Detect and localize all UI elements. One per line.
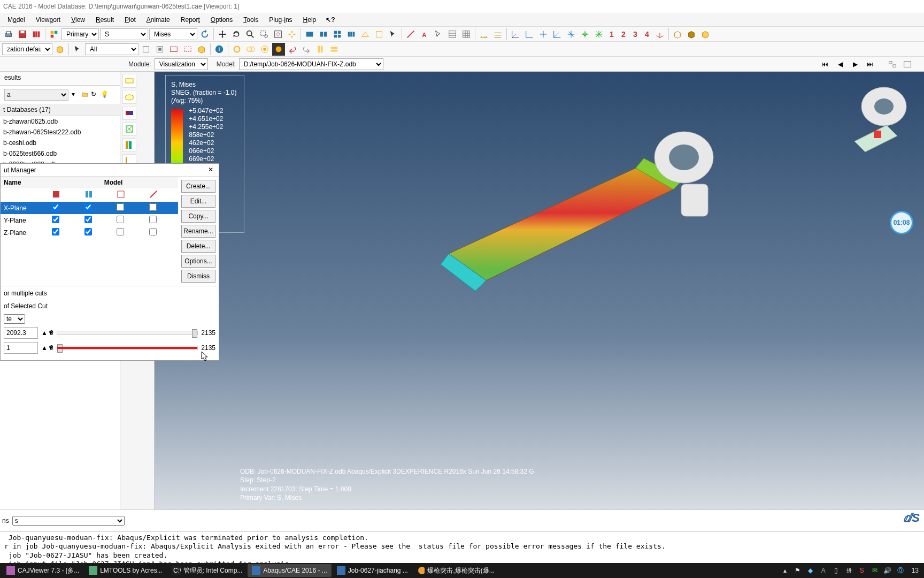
tray-clock[interactable]: 13 (908, 567, 922, 574)
vp2-icon[interactable] (317, 28, 330, 41)
tree-item[interactable]: b-0625test666.odb (0, 148, 120, 159)
auto-fit-icon[interactable] (286, 28, 298, 41)
menu-animate[interactable]: Animate (141, 14, 175, 26)
session-select[interactable]: a (4, 89, 68, 101)
tree-item[interactable]: b-zhawan0625.odb (0, 116, 120, 127)
row-chk4[interactable] (149, 228, 157, 235)
datum2-icon[interactable] (491, 28, 504, 41)
variable-component-select[interactable]: Mises (149, 28, 197, 40)
vp3-icon[interactable] (331, 28, 344, 41)
redo-icon[interactable] (300, 43, 313, 56)
menu-viewport[interactable]: Viewport (30, 14, 66, 26)
row-chk3[interactable] (117, 216, 124, 223)
cube2-icon[interactable] (685, 28, 698, 41)
text-icon[interactable]: A (418, 28, 431, 41)
step-slider[interactable] (57, 346, 198, 350)
menu-model[interactable]: Model (2, 14, 30, 26)
menu-plugins[interactable]: Plug-ins (264, 14, 297, 26)
row-chk4[interactable] (149, 216, 157, 223)
link-viewport-icon[interactable] (902, 58, 913, 70)
fit-icon[interactable] (272, 28, 284, 41)
zoom-box-icon[interactable] (258, 28, 271, 41)
anim-prev-icon[interactable]: ◀ (834, 58, 846, 70)
rename-button[interactable]: Rename... (181, 225, 215, 238)
sel1-icon[interactable] (140, 43, 152, 56)
odb-tree[interactable]: b-zhawan0625.odb b-zhawan-0625test222.od… (0, 116, 120, 170)
menu-report[interactable]: Report (175, 14, 205, 26)
csys6-icon[interactable] (579, 28, 591, 41)
tray-autodesk-icon[interactable]: A (819, 566, 828, 575)
table-row[interactable]: Y-Plane (1, 214, 178, 226)
sel4-icon[interactable] (181, 43, 194, 56)
position-input[interactable] (4, 327, 38, 339)
anim-first-icon[interactable]: ⏮ (819, 58, 831, 70)
vp1-icon[interactable] (303, 28, 316, 41)
refresh-icon[interactable]: ↻ (91, 90, 99, 99)
tool-material-icon[interactable] (122, 138, 136, 152)
vp4-icon[interactable] (345, 28, 358, 41)
datum1-icon[interactable] (478, 28, 490, 41)
circle4-icon[interactable] (272, 43, 285, 56)
tray-sogou-icon[interactable]: S (857, 566, 867, 575)
cube-sel-icon[interactable] (195, 43, 208, 56)
cube-drop-icon[interactable] (53, 43, 66, 56)
row-chk2[interactable] (84, 228, 92, 235)
table-row[interactable]: X-Plane (1, 202, 178, 214)
help-pointer-icon[interactable]: ↖? (321, 14, 340, 26)
grid1-icon[interactable] (446, 28, 459, 41)
model-select[interactable]: D:/temp/Job-0626-MODUAN-FIX-Z.odb (239, 58, 383, 70)
save-icon[interactable] (16, 28, 29, 41)
menu-help[interactable]: Help (298, 14, 322, 26)
taskbar-item[interactable]: Job-0627-jiachang ... (333, 564, 412, 577)
delete-button[interactable]: Delete... (181, 240, 215, 253)
render-defaults-select[interactable]: zation defaults (2, 43, 52, 55)
close-icon[interactable]: ✕ (206, 165, 215, 175)
layers1-icon[interactable] (314, 43, 327, 56)
copy-button[interactable]: Copy... (181, 210, 215, 223)
ortho-icon[interactable] (373, 28, 386, 41)
bulb-icon[interactable]: 💡 (101, 90, 109, 99)
taskbar-item[interactable]: C:\ 管理员: Intel Comp... (168, 564, 247, 577)
sync-icon[interactable] (198, 28, 211, 41)
circle1-icon[interactable] (230, 43, 243, 56)
menu-result[interactable]: Result (90, 14, 119, 26)
selection-filter-select[interactable]: All (85, 43, 138, 55)
menu-plot[interactable]: Plot (119, 14, 141, 26)
sel2-icon[interactable] (153, 43, 166, 56)
view-4-button[interactable]: 4 (642, 28, 652, 41)
menu-options[interactable]: Options (205, 14, 238, 26)
tray-shield-icon[interactable]: ◆ (806, 566, 815, 575)
csys4-icon[interactable] (551, 28, 564, 41)
sel3-icon[interactable] (167, 43, 180, 56)
circle2-icon[interactable] (244, 43, 257, 56)
undo-icon[interactable] (286, 43, 299, 56)
step-input[interactable] (4, 342, 38, 354)
csys1-icon[interactable] (509, 28, 522, 41)
field-output-icon[interactable] (48, 28, 60, 41)
menu-view[interactable]: View (66, 14, 90, 26)
tray-sound-icon[interactable]: 🔊 (883, 566, 892, 575)
create-button[interactable]: Create... (181, 180, 215, 193)
anim-next-icon[interactable]: ▶ (849, 58, 861, 70)
table-row[interactable]: Z-Plane (1, 226, 178, 239)
variable-name-select[interactable]: S (100, 28, 148, 40)
row-chk4[interactable] (149, 203, 157, 211)
pick-cursor-icon[interactable] (71, 43, 84, 56)
position-slider[interactable] (57, 331, 198, 335)
taskbar-item-active[interactable]: Abaqus/CAE 2016 - ... (248, 564, 331, 577)
print-icon[interactable] (2, 28, 15, 41)
cube3-icon[interactable] (699, 28, 712, 41)
tray-lang-icon[interactable]: 拼 (844, 566, 854, 575)
row-chk1[interactable] (52, 203, 59, 211)
ns-select[interactable]: s (12, 516, 125, 526)
module-select[interactable]: Visualization (155, 58, 208, 70)
select-icon[interactable] (432, 28, 445, 41)
view-triad[interactable] (828, 77, 913, 163)
expand-icon[interactable]: ▾ (72, 90, 80, 99)
csys3d-icon[interactable] (653, 28, 666, 41)
edit-button[interactable]: Edit... (181, 195, 215, 208)
anim-last-icon[interactable]: ⏭ (864, 58, 876, 70)
zoom-icon[interactable] (244, 28, 257, 41)
sync-viewport-icon[interactable] (887, 58, 898, 70)
results-tab[interactable]: esults (0, 72, 120, 86)
